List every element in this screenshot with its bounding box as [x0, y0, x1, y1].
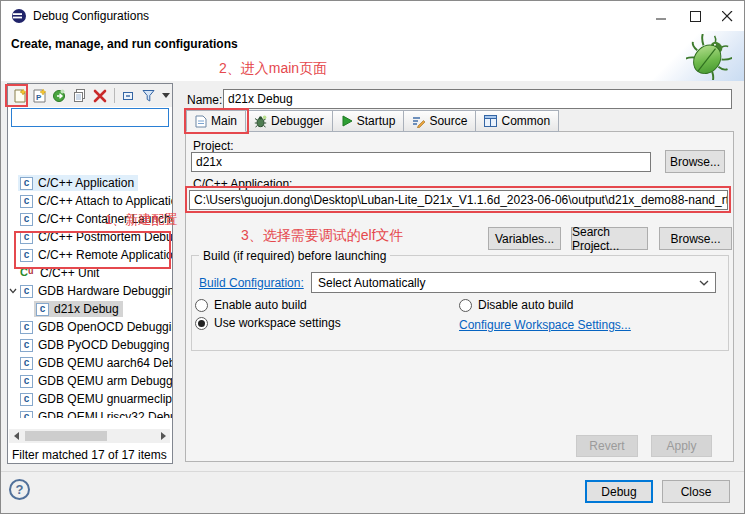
tree-item-gdb-qemu-gnuarmeclipse[interactable]: cGDB QEMU gnuarmeclipse Debugging [8, 390, 172, 408]
c-file-icon: c [20, 321, 33, 334]
c-file-icon: c [20, 249, 33, 262]
annotation-step2: 2、进入main页面 [219, 60, 327, 78]
c-file-icon: c [20, 285, 33, 298]
tree-item-cpp-attach[interactable]: cC/C++ Attach to Application [8, 192, 172, 210]
close-icon [722, 11, 733, 22]
startup-tab-icon [341, 115, 353, 127]
tree-item-gdb-qemu-arm[interactable]: cGDB QEMU arm Debugging [8, 372, 172, 390]
c-file-icon: c [20, 357, 33, 370]
window-title: Debug Configurations [33, 9, 149, 23]
c-file-icon: c [20, 195, 33, 208]
tree-item-cpp-remote[interactable]: cC/C++ Remote Application [8, 246, 172, 264]
sidebar-toolbar: P [8, 84, 172, 107]
c-file-icon: c [20, 339, 33, 352]
build-configuration-select[interactable]: Select Automatically [311, 272, 716, 293]
configure-workspace-settings-link[interactable]: Configure Workspace Settings... [459, 318, 631, 332]
tab-common[interactable]: Common [476, 110, 559, 132]
tree-item-d21x-debug[interactable]: cd21x Debug [8, 300, 172, 318]
tree-horizontal-scrollbar[interactable] [9, 429, 170, 443]
delete-launch-configuration-icon[interactable] [92, 87, 108, 104]
radio-icon[interactable] [459, 299, 472, 312]
new-launch-configuration-icon[interactable] [12, 87, 28, 104]
tree-item-gdb-hardware[interactable]: cGDB Hardware Debugging [8, 282, 172, 300]
export-launch-configurations-icon[interactable] [52, 87, 68, 104]
radio-icon[interactable] [195, 299, 208, 312]
chevron-down-icon [699, 280, 709, 286]
tree-item-gdb-pyocd[interactable]: cGDB PyOCD Debugging [8, 336, 172, 354]
tab-startup[interactable]: Startup [333, 110, 405, 132]
project-input[interactable]: d21x [191, 152, 651, 172]
tab-source[interactable]: Source [404, 110, 476, 132]
radio-selected-icon[interactable] [195, 317, 208, 330]
duplicate-launch-configuration-icon[interactable] [72, 87, 88, 104]
application-path-input[interactable]: C:\Users\guojun.dong\Desktop\Luban-Lite_… [189, 190, 728, 210]
filter-match-status: Filter matched 17 of 17 items [12, 448, 167, 462]
annotation-step3: 3、选择需要调试的elf文件 [241, 227, 404, 245]
expander-icon[interactable] [8, 288, 18, 294]
build-group-title: Build (if required) before launching [199, 249, 390, 263]
use-workspace-settings-radio[interactable]: Use workspace settings [195, 316, 341, 330]
maximize-button[interactable] [678, 1, 712, 31]
debug-button[interactable]: Debug [585, 480, 653, 503]
project-browse-button[interactable]: Browse... [665, 150, 725, 173]
debug-beetle-icon [686, 34, 732, 84]
project-label: Project: [193, 139, 234, 153]
tree-item-cpp-unit[interactable]: CüC/C++ Unit [8, 264, 172, 282]
c-file-icon: c [20, 393, 33, 406]
close-button[interactable] [710, 1, 744, 31]
minimize-icon [656, 11, 667, 22]
minimize-button[interactable] [644, 1, 678, 31]
maximize-icon [690, 11, 701, 22]
c-unit-icon: Cü [20, 267, 35, 280]
debug-configurations-dialog: Debug Configurations Create, manage, and… [0, 0, 745, 514]
tree-item-cpp-postmortem[interactable]: cC/C++ Postmortem Debugger [8, 228, 172, 246]
c-file-icon: c [20, 213, 33, 226]
title-bar: Debug Configurations [1, 1, 744, 31]
annotation-step1: 1、新建配置 [105, 211, 177, 229]
toolbar-separator [114, 88, 115, 103]
enable-auto-build-radio[interactable]: Enable auto build [195, 298, 307, 312]
help-button[interactable]: ? [9, 479, 30, 500]
apply-button[interactable]: Apply [651, 435, 712, 457]
scroll-left-icon[interactable] [9, 429, 23, 443]
c-file-icon: c [20, 411, 33, 419]
c-file-icon: c [20, 231, 33, 244]
filter-input[interactable] [11, 108, 169, 127]
view-menu-icon[interactable] [161, 87, 172, 104]
configurations-sidebar: P cC/C++ Applica [7, 83, 173, 464]
help-icon: ? [16, 482, 24, 497]
tab-bar: Main Debugger Startup Source Common [186, 110, 559, 132]
tree-item-cpp-application[interactable]: cC/C++ Application [8, 174, 172, 192]
application-browse-button[interactable]: Browse... [659, 227, 732, 250]
c-file-icon: c [36, 303, 49, 316]
close-dialog-button[interactable]: Close [662, 480, 730, 503]
revert-button[interactable]: Revert [576, 435, 638, 457]
tab-main[interactable]: Main [186, 110, 246, 132]
name-label: Name: [187, 93, 222, 107]
filter-icon[interactable] [141, 87, 157, 104]
disable-auto-build-radio[interactable]: Disable auto build [459, 298, 573, 312]
main-tab-icon [195, 115, 207, 128]
c-file-icon: c [20, 375, 33, 388]
tree-item-gdb-qemu-aarch64[interactable]: cGDB QEMU aarch64 Debugging [8, 354, 172, 372]
footer-separator [1, 471, 744, 472]
tree-item-gdb-qemu-riscv32[interactable]: cGDB QEMU riscv32 Debugging [8, 408, 172, 418]
name-input[interactable]: d21x Debug [223, 89, 732, 109]
scrollbar-thumb[interactable] [25, 431, 107, 441]
build-configuration-link[interactable]: Build Configuration: [199, 276, 304, 290]
dialog-header: Create, manage, and run configurations [1, 31, 744, 81]
dialog-subtitle: Create, manage, and run configurations [11, 37, 238, 51]
debugger-tab-icon [254, 115, 267, 128]
collapse-all-icon[interactable] [121, 87, 137, 104]
c-file-icon: c [20, 177, 33, 190]
search-project-button[interactable]: Search Project... [571, 227, 648, 250]
application-label: C/C++ Application: [193, 177, 292, 191]
svg-text:P: P [36, 93, 42, 102]
configurations-tree: cC/C++ Application cC/C++ Attach to Appl… [8, 130, 172, 418]
source-tab-icon [412, 115, 425, 128]
tree-item-gdb-openocd[interactable]: cGDB OpenOCD Debugging [8, 318, 172, 336]
new-launch-configuration-prototype-icon[interactable]: P [32, 87, 48, 104]
scroll-right-icon[interactable] [156, 429, 170, 443]
tab-debugger[interactable]: Debugger [246, 110, 333, 132]
variables-button[interactable]: Variables... [488, 227, 561, 250]
